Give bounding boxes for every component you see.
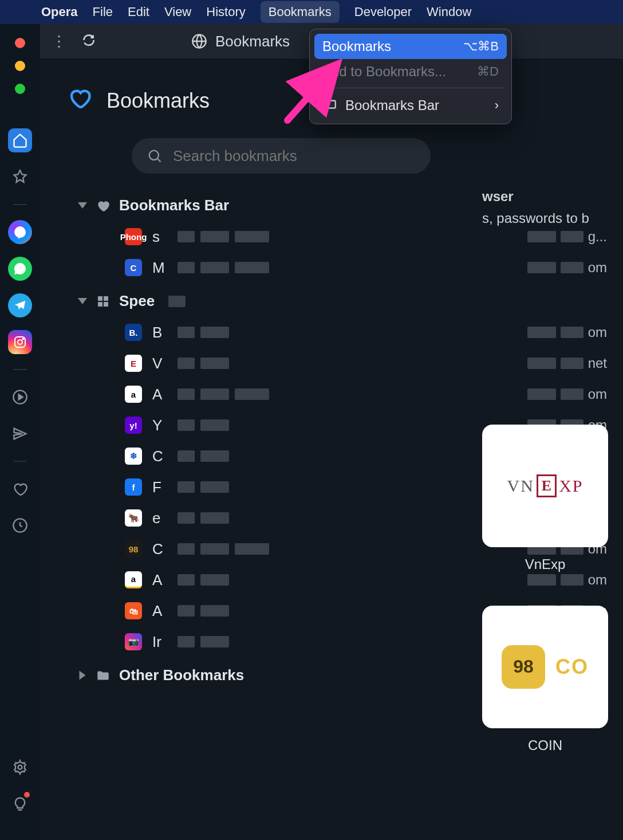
- favicon-icon: ❄: [125, 448, 142, 465]
- menu-window[interactable]: Window: [427, 5, 471, 19]
- card-label-coin: COIN: [482, 737, 608, 753]
- settings-icon[interactable]: [8, 755, 32, 779]
- more-icon[interactable]: ⋮: [52, 33, 66, 50]
- page-title: Bookmarks: [107, 89, 210, 113]
- play-icon[interactable]: [8, 385, 32, 409]
- heart-icon: [95, 198, 111, 214]
- favicon-icon: y!: [125, 417, 142, 434]
- sidebar-separator: [13, 204, 27, 205]
- svg-point-4: [23, 339, 24, 340]
- redacted-text: [178, 574, 229, 586]
- sidebar-separator-2: [13, 369, 27, 370]
- mac-menu-bar: Opera File Edit View History Bookmarks D…: [0, 0, 623, 24]
- redacted-text: [178, 450, 229, 462]
- dropdown-bookmarks-shortcut: ⌥⌘B: [463, 39, 499, 54]
- favicon-icon: E: [125, 355, 142, 372]
- favicon-icon: 📷: [125, 633, 142, 650]
- dropdown-add-shortcut: ⌘D: [477, 64, 499, 79]
- send-icon[interactable]: [8, 422, 32, 446]
- favicon-icon: a: [125, 386, 142, 403]
- folder-icon: [95, 668, 111, 684]
- speed-dial-card-coin[interactable]: 98 CO: [482, 606, 608, 728]
- menu-view[interactable]: View: [164, 5, 191, 19]
- svg-point-3: [18, 340, 22, 344]
- bookmark-title: B: [152, 324, 164, 342]
- bookmark-title: s: [152, 228, 164, 246]
- menu-bookmarks[interactable]: Bookmarks: [261, 1, 340, 23]
- search-bookmarks[interactable]: [132, 138, 431, 174]
- section-label: Bookmarks Bar: [119, 197, 229, 214]
- redacted-text: [178, 543, 269, 555]
- bulb-icon[interactable]: [8, 792, 32, 816]
- home-icon[interactable]: [8, 128, 32, 152]
- bookmark-title: M: [152, 259, 164, 277]
- redacted-text: [178, 481, 229, 493]
- disclosure-triangle-icon[interactable]: [80, 671, 86, 680]
- chevron-right-icon: ›: [495, 98, 499, 113]
- dropdown-bookmarks-label: Bookmarks: [322, 38, 391, 54]
- redacted-text: [178, 605, 229, 617]
- favicon-icon: Phong: [125, 228, 142, 245]
- dropdown-bar-label: Bookmarks Bar: [345, 97, 439, 113]
- window-close-button[interactable]: [15, 38, 25, 48]
- card-label-vnexp: VnExp: [482, 556, 608, 572]
- redacted-text: [178, 636, 229, 647]
- redacted-text: [178, 388, 269, 400]
- favicon-icon: 🐂: [125, 509, 142, 527]
- current-tab[interactable]: Bookmarks: [191, 33, 290, 50]
- messenger-icon[interactable]: [8, 220, 32, 244]
- menu-file[interactable]: File: [93, 5, 113, 19]
- redacted-text: [178, 358, 229, 369]
- annotation-arrow: [282, 57, 350, 128]
- section-label: Other Bookmarks: [119, 666, 244, 684]
- app-name-menu[interactable]: Opera: [41, 5, 78, 19]
- favicon-icon: B.: [125, 324, 142, 341]
- svg-line-1: [287, 69, 333, 120]
- right-line1: wser: [482, 186, 608, 207]
- right-line2: s, passwords to b: [482, 207, 608, 229]
- bookmark-title: A: [152, 386, 164, 403]
- redacted-text: [178, 327, 229, 338]
- sidebar-separator-3: [13, 461, 27, 462]
- dropdown-bookmarks[interactable]: Bookmarks ⌥⌘B: [314, 34, 507, 59]
- menu-history[interactable]: History: [206, 5, 245, 19]
- heart-sidebar-icon[interactable]: [8, 477, 32, 501]
- tab-title: Bookmarks: [215, 33, 290, 50]
- left-sidebar: [0, 24, 40, 840]
- bookmark-title: Y: [152, 417, 164, 434]
- bookmark-title: C: [152, 448, 164, 465]
- instagram-icon[interactable]: [8, 330, 32, 354]
- reload-button[interactable]: [81, 33, 96, 50]
- redacted-text: [178, 512, 229, 524]
- bookmark-title: Ir: [152, 633, 164, 651]
- star-icon[interactable]: [8, 165, 32, 189]
- bookmark-title: A: [152, 602, 164, 620]
- disclosure-triangle-icon[interactable]: [78, 202, 87, 209]
- start-page-peek: wser s, passwords to b VN E XP VnExp 98 …: [482, 186, 608, 840]
- search-input[interactable]: [173, 147, 416, 165]
- favicon-icon: f: [125, 478, 142, 496]
- speed-dial-card-vnexp[interactable]: VN E XP: [482, 425, 608, 547]
- svg-rect-12: [98, 302, 102, 307]
- bookmark-title: A: [152, 571, 164, 589]
- notification-dot-icon: [24, 792, 30, 798]
- window-zoom-button[interactable]: [15, 84, 25, 94]
- svg-point-7: [18, 766, 22, 770]
- bookmark-title: V: [152, 355, 164, 372]
- svg-rect-13: [104, 302, 108, 307]
- menu-edit[interactable]: Edit: [128, 5, 149, 19]
- bookmarks-page: Bookmarks Bookmarks BarPhongsg...CMomSpe…: [40, 58, 623, 840]
- telegram-icon[interactable]: [8, 293, 32, 317]
- favicon-icon: 98: [125, 540, 142, 558]
- redacted-text: [178, 262, 269, 273]
- window-minimize-button[interactable]: [15, 61, 25, 71]
- section-label: Spee: [119, 292, 155, 310]
- disclosure-triangle-icon[interactable]: [78, 298, 87, 304]
- whatsapp-icon[interactable]: [8, 257, 32, 281]
- menu-developer[interactable]: Developer: [354, 5, 412, 19]
- history-icon[interactable]: [8, 513, 32, 537]
- favicon-icon: 🛍: [125, 602, 142, 619]
- bookmark-title: F: [152, 478, 164, 496]
- svg-point-9: [149, 151, 159, 160]
- redacted-text: [178, 231, 269, 242]
